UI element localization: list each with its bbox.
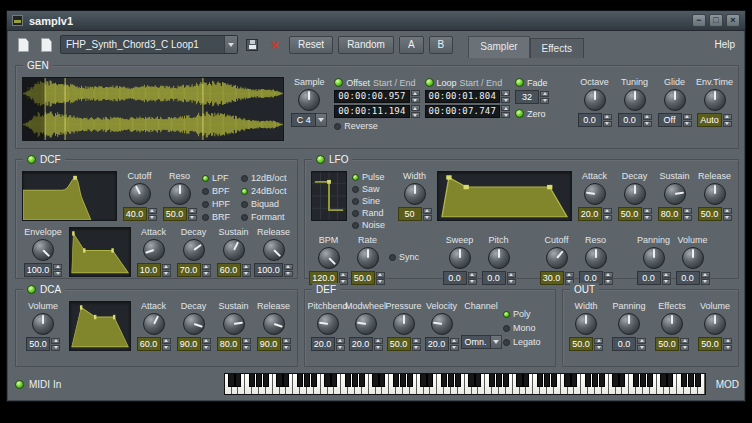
spin-down-button[interactable]	[701, 279, 710, 285]
spin-down-button[interactable]	[683, 121, 692, 127]
spin-arrows[interactable]	[376, 271, 385, 285]
spin-arrows[interactable]	[603, 207, 612, 221]
spin-arrows[interactable]	[637, 337, 646, 351]
out-volume-knob[interactable]	[704, 313, 726, 335]
dca-release-knob[interactable]	[263, 313, 285, 335]
delete-preset-button[interactable]: ×	[266, 36, 284, 54]
dropdown-icon[interactable]	[491, 335, 502, 349]
piano-black-key[interactable]	[640, 374, 646, 387]
spin-up-button[interactable]	[603, 208, 612, 214]
spin-arrows[interactable]	[450, 337, 459, 351]
piano-black-key[interactable]	[544, 374, 550, 387]
dcf-slope-formant[interactable]: Formant	[241, 212, 291, 222]
dcf-type-brf[interactable]: BRF	[202, 212, 236, 222]
piano-black-key[interactable]	[489, 374, 495, 387]
spin-down-button[interactable]	[162, 271, 171, 277]
piano-black-key[interactable]	[379, 374, 385, 387]
spin-down-button[interactable]	[501, 112, 510, 118]
spin-down-button[interactable]	[188, 215, 197, 221]
def-velocity-knob[interactable]	[431, 313, 453, 335]
spin-up-button[interactable]	[683, 208, 692, 214]
spin-up-button[interactable]	[202, 338, 211, 344]
spin-arrows[interactable]	[680, 337, 689, 351]
titlebar[interactable]: samplv1 − □ ×	[7, 11, 745, 31]
spin-up-button[interactable]	[594, 338, 603, 344]
tune-a-button[interactable]: A	[399, 36, 424, 54]
spin-arrows[interactable]	[643, 113, 652, 127]
tab-effects[interactable]: Effects	[530, 38, 584, 58]
out-width-knob[interactable]	[575, 313, 597, 335]
spin-down-button[interactable]	[723, 345, 732, 351]
zero-led[interactable]	[515, 109, 524, 118]
spin-up-button[interactable]	[680, 338, 689, 344]
lfo-shape-pulse[interactable]: Pulse	[352, 172, 392, 182]
dcf-sustain-knob[interactable]	[223, 239, 245, 261]
spin-down-button[interactable]	[603, 121, 612, 127]
piano-black-key[interactable]	[468, 374, 474, 387]
dca-attack-spinbox[interactable]: 60.0	[137, 337, 171, 351]
dca-decay-spinbox[interactable]: 90.0	[177, 337, 211, 351]
spin-arrows[interactable]	[282, 337, 291, 351]
lfo-pitch-spinbox[interactable]: 0.0	[482, 271, 516, 285]
spin-arrows[interactable]	[188, 207, 197, 221]
lfo-shape-sine[interactable]: Sine	[352, 196, 392, 206]
piano-black-key[interactable]	[283, 374, 289, 387]
piano-black-key[interactable]	[441, 374, 447, 387]
loop-start-field[interactable]: 00:00:01.804	[425, 90, 510, 103]
spin-up-button[interactable]	[162, 338, 171, 344]
spin-arrows[interactable]	[501, 105, 510, 118]
preset-combo[interactable]: FHP_Synth_Chord3_C Loop1	[60, 35, 238, 54]
lfo-attack-knob[interactable]	[584, 183, 606, 205]
spin-up-button[interactable]	[374, 338, 383, 344]
lfo-panning-spinbox[interactable]: 0.0	[637, 271, 671, 285]
piano-black-key[interactable]	[496, 374, 502, 387]
dcf-decay-knob[interactable]	[183, 239, 205, 261]
piano-black-key[interactable]	[297, 374, 303, 387]
dcf-sustain-spinbox[interactable]: 60.0	[217, 263, 251, 277]
piano-black-key[interactable]	[345, 374, 351, 387]
dcf-envelope-knob[interactable]	[32, 239, 54, 261]
spin-up-button[interactable]	[603, 114, 612, 120]
spin-down-button[interactable]	[423, 215, 432, 221]
piano-black-key[interactable]	[599, 374, 605, 387]
loop-end-field[interactable]: 00:00:07.747	[425, 105, 510, 118]
dcf-attack-knob[interactable]	[143, 239, 165, 261]
spin-arrows[interactable]	[336, 337, 345, 351]
piano-black-key[interactable]	[516, 374, 522, 387]
spin-arrows[interactable]	[501, 90, 510, 103]
dcf-release-spinbox[interactable]: 100.0	[254, 263, 293, 277]
spin-down-button[interactable]	[450, 345, 459, 351]
dcf-release-knob[interactable]	[263, 239, 285, 261]
sp-down-button[interactable]	[202, 271, 211, 277]
spin-up-button[interactable]	[376, 272, 385, 278]
out-effects-spinbox[interactable]: 50.0	[655, 337, 689, 351]
lfo-rate-spinbox[interactable]: 50.0	[351, 271, 385, 285]
spin-arrows[interactable]	[723, 207, 732, 221]
lfo-pitch-knob[interactable]	[488, 247, 510, 269]
octave-knob[interactable]	[584, 89, 606, 111]
lfo-wave-display[interactable]	[311, 171, 347, 221]
fade-led[interactable]	[515, 78, 524, 87]
spin-up-button[interactable]	[282, 338, 291, 344]
piano-black-key[interactable]	[228, 374, 234, 387]
spin-down-button[interactable]	[507, 279, 516, 285]
spin-arrows[interactable]	[423, 207, 432, 221]
dcf-slope-24db[interactable]: 24dB/oct	[241, 186, 291, 196]
dca-volume-spinbox[interactable]: 50.0	[26, 337, 60, 351]
piano-black-key[interactable]	[571, 374, 577, 387]
dca-attack-knob[interactable]	[143, 313, 165, 335]
spin-down-button[interactable]	[412, 345, 421, 351]
lfo-width-spinbox[interactable]: 50	[398, 207, 432, 221]
piano-black-key[interactable]	[633, 374, 639, 387]
sample-note-combo[interactable]: C 4	[291, 113, 327, 127]
envtime-knob[interactable]	[704, 89, 726, 111]
piano-black-key[interactable]	[523, 374, 529, 387]
spin-down-button[interactable]	[680, 345, 689, 351]
tuning-knob[interactable]	[624, 89, 646, 111]
spin-down-button[interactable]	[376, 279, 385, 285]
piano-black-key[interactable]	[503, 374, 509, 387]
spin-up-button[interactable]	[604, 272, 613, 278]
close-button[interactable]: ×	[726, 14, 740, 27]
spin-arrows[interactable]	[540, 90, 549, 104]
maximize-button[interactable]: □	[709, 14, 723, 27]
